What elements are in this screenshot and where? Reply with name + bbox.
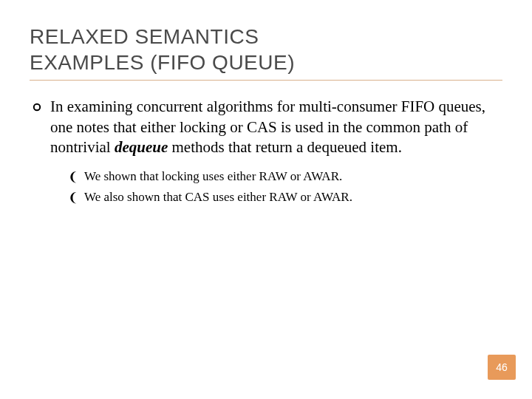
main-bullet-post: methods that return a dequeued item. bbox=[168, 138, 402, 156]
sub-bullet: ❨ We also shown that CAS uses either RAW… bbox=[68, 189, 502, 207]
sub-bullet-list: ❨ We shown that locking uses either RAW … bbox=[68, 168, 502, 207]
title-line-1: RELAXED SEMANTICS bbox=[30, 25, 259, 48]
ring-bullet-icon bbox=[33, 101, 41, 115]
sub-bullet-text: We shown that locking uses either RAW or… bbox=[84, 168, 342, 185]
title-line-2: EXAMPLES (FIFO QUEUE) bbox=[30, 51, 295, 74]
sub-bullet: ❨ We shown that locking uses either RAW … bbox=[68, 168, 502, 186]
svg-point-0 bbox=[34, 104, 40, 110]
main-bullet-text: In examining concurrent algorithms for m… bbox=[50, 97, 502, 158]
main-bullet: In examining concurrent algorithms for m… bbox=[33, 97, 502, 158]
page-number: 46 bbox=[496, 361, 508, 373]
page-number-badge: 46 bbox=[488, 355, 516, 380]
sub-bullet-text: We also shown that CAS uses either RAW o… bbox=[84, 189, 352, 206]
main-bullet-strong: dequeue bbox=[115, 138, 168, 156]
wave-bullet-icon: ❨ bbox=[68, 169, 78, 186]
wave-bullet-icon: ❨ bbox=[68, 190, 78, 207]
slide: RELAXED SEMANTICS EXAMPLES (FIFO QUEUE) … bbox=[0, 0, 532, 399]
title-divider bbox=[30, 80, 502, 81]
slide-title: RELAXED SEMANTICS EXAMPLES (FIFO QUEUE) bbox=[30, 24, 502, 75]
